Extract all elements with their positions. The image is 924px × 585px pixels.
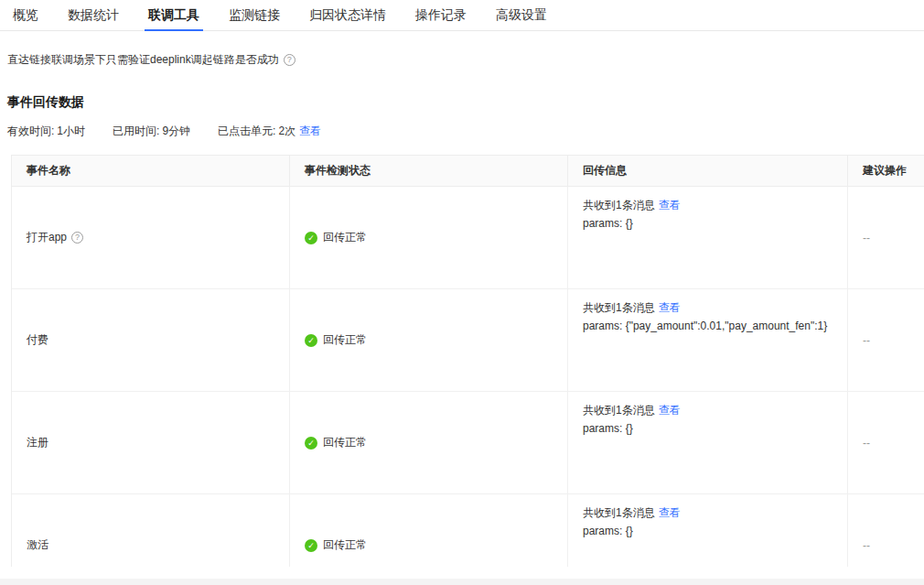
used-time: 已用时间:9分钟 (113, 124, 190, 139)
horizontal-scrollbar[interactable] (0, 579, 924, 585)
message-view-link[interactable]: 查看 (659, 198, 681, 212)
status-text: 回传正常 (323, 537, 367, 553)
message-count: 共收到1条消息 (583, 198, 655, 212)
success-check-icon (305, 437, 317, 450)
tab-item[interactable]: 联调工具 (145, 1, 203, 31)
suggested-action-cell: -- (848, 392, 924, 493)
valid-time: 有效时间:1小时 (7, 124, 85, 139)
question-circle-icon[interactable] (284, 54, 295, 66)
table-header-cell: 事件名称 (12, 156, 290, 186)
table-row: 付费 回传正常 共收到1条消息 查看 par (12, 289, 924, 392)
tab-item[interactable]: 概览 (9, 1, 42, 31)
table-body: 打开app 回传正常 共收到1条消息 查看 (12, 187, 924, 567)
event-status-cell: 回传正常 (290, 392, 568, 493)
status-badge: 回传正常 (305, 230, 367, 245)
event-name-cell: 打开app (12, 187, 290, 288)
success-check-icon (305, 232, 317, 244)
valid-time-value: 1小时 (57, 125, 85, 137)
table-header-cell: 回传信息 (568, 156, 848, 186)
callback-info-cell: 共收到1条消息 查看 params: {} (568, 187, 848, 288)
meta-info-line: 有效时间:1小时 已用时间:9分钟 已点击单元:2次查看 (7, 124, 924, 139)
used-time-label: 已用时间: (113, 125, 159, 137)
event-debug-page: { "tabs": [ { "label": "概览", "active": f… (0, 0, 924, 585)
status-badge: 回传正常 (305, 435, 367, 450)
status-badge: 回传正常 (305, 332, 367, 348)
tab-item[interactable]: 归因状态详情 (306, 1, 390, 31)
params-text: params: {} (583, 421, 847, 436)
note-line: 直达链接联调场景下只需验证deeplink调起链路是否成功 (7, 52, 924, 68)
event-status-cell: 回传正常 (290, 289, 568, 391)
params-text: params: {"pay_amount":0.01,"pay_amount_f… (583, 319, 847, 333)
callback-info-cell: 共收到1条消息 查看 params: {} (568, 392, 848, 493)
callback-info-cell: 共收到1条消息 查看 params: {} (568, 494, 848, 567)
status-badge: 回传正常 (305, 537, 367, 553)
tab-item[interactable]: 高级设置 (492, 1, 551, 31)
message-count: 共收到1条消息 (583, 300, 655, 315)
message-count: 共收到1条消息 (583, 505, 655, 520)
event-name: 激活 (27, 537, 48, 553)
event-status-cell: 回传正常 (290, 494, 568, 567)
table-header-cell: 事件检测状态 (290, 156, 568, 186)
event-name-cell: 注册 (12, 392, 290, 493)
table-row: 打开app 回传正常 共收到1条消息 查看 (12, 187, 924, 289)
section-title: 事件回传数据 (7, 94, 924, 111)
table-header-cell: 建议操作 (848, 156, 924, 186)
event-name-cell: 激活 (12, 494, 290, 567)
tab-item[interactable]: 监测链接 (225, 1, 284, 31)
message-view-link[interactable]: 查看 (659, 300, 681, 315)
tab-bar: 概览 数据统计 联调工具 监测链接 归因状态详情 操作记录 高级设置 (0, 0, 924, 31)
table-row: 注册 回传正常 共收到1条消息 查看 par (12, 392, 924, 494)
suggested-action-cell: -- (848, 187, 924, 288)
message-line: 共收到1条消息 查看 (583, 505, 847, 520)
clicked-units-label: 已点击单元: (218, 125, 275, 137)
message-line: 共收到1条消息 查看 (583, 300, 847, 315)
message-view-link[interactable]: 查看 (659, 403, 681, 417)
event-callback-table: 事件名称 事件检测状态 回传信息 建议操作 打开app (11, 155, 924, 567)
message-count: 共收到1条消息 (583, 403, 655, 417)
message-view-link[interactable]: 查看 (659, 505, 681, 520)
event-status-cell: 回传正常 (290, 187, 568, 288)
note-text: 直达链接联调场景下只需验证deeplink调起链路是否成功 (7, 52, 279, 68)
success-check-icon (305, 539, 317, 552)
tab-item[interactable]: 数据统计 (64, 1, 123, 31)
message-line: 共收到1条消息 查看 (583, 403, 847, 417)
used-time-value: 9分钟 (162, 125, 190, 137)
event-name: 打开app (27, 230, 67, 245)
table-row: 激活 回传正常 共收到1条消息 查看 par (12, 494, 924, 567)
clicked-units-view-link[interactable]: 查看 (299, 125, 321, 137)
status-text: 回传正常 (323, 435, 367, 450)
clicked-units: 已点击单元:2次查看 (218, 124, 321, 139)
table-header-row: 事件名称 事件检测状态 回传信息 建议操作 (12, 156, 924, 187)
params-text: params: {} (583, 216, 847, 231)
event-name: 付费 (27, 332, 48, 348)
status-text: 回传正常 (323, 230, 367, 245)
clicked-units-value: 2次 (278, 125, 295, 137)
suggested-action-cell: -- (848, 289, 924, 391)
event-name: 注册 (27, 435, 48, 450)
valid-time-label: 有效时间: (7, 125, 54, 137)
status-text: 回传正常 (323, 332, 367, 348)
tab-item[interactable]: 操作记录 (412, 1, 470, 31)
message-line: 共收到1条消息 查看 (583, 198, 847, 212)
event-name-cell: 付费 (12, 289, 290, 391)
success-check-icon (305, 334, 317, 347)
question-circle-icon[interactable] (71, 232, 83, 244)
suggested-action-cell: -- (848, 494, 924, 567)
callback-info-cell: 共收到1条消息 查看 params: {"pay_amount":0.01,"p… (568, 289, 848, 391)
params-text: params: {} (583, 524, 847, 538)
